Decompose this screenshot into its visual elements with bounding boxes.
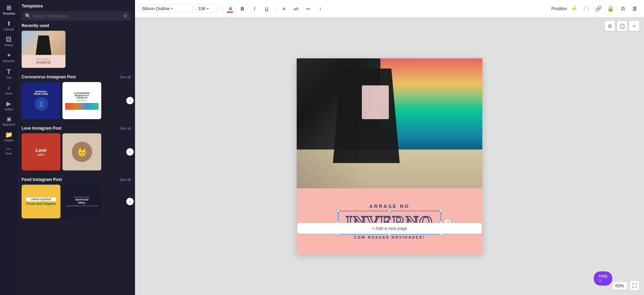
template-thumb-wfh[interactable]: WORKINGFROM HOME 👤 — [22, 82, 60, 119]
add-new-page-bar[interactable]: + Add a new page — [297, 223, 482, 234]
help-button[interactable]: Help ? — [594, 271, 612, 286]
font-color-swatch[interactable]: A — [226, 4, 235, 14]
love-grid: Love wins 👶 › — [22, 133, 131, 170]
list-button[interactable]: ≔ — [303, 4, 313, 14]
section-title-recently-used: Recently used — [22, 23, 49, 28]
section-food-header: Food Instagram Post See all — [22, 177, 131, 182]
lock-icon[interactable]: 🔒 — [606, 4, 616, 14]
canvas-subtitle-text: ARRASE NO — [369, 204, 410, 209]
zoom-expand-button[interactable]: ⛶ — [630, 281, 639, 290]
font-name: Sifonn Outline — [142, 6, 170, 11]
see-all-coronavirus[interactable]: See all — [119, 75, 131, 79]
templates-icon: ⊞ — [6, 5, 11, 11]
grid-icon[interactable]: ⋮⋮ — [581, 4, 591, 14]
recently-used-grid: LET'S TAKE A SHOEFIE — [22, 31, 131, 68]
templates-scroll: Recently used LET'S TAKE A SHOEFIE — [18, 23, 135, 295]
search-input[interactable] — [33, 14, 121, 19]
trash-icon[interactable]: 🗑 — [630, 4, 640, 14]
sidebar-item-uploads[interactable]: ⬆ Uploads — [1, 19, 17, 33]
font-size-selector[interactable]: 106 ▾ — [195, 4, 219, 13]
font-selector[interactable]: Sifonn Outline ▾ — [139, 4, 193, 13]
canvas-wrapper: ARRASE NO INVERNO — [297, 58, 482, 254]
sidebar-item-elements[interactable]: ✦ Elements — [1, 50, 17, 65]
underline-button[interactable]: U — [262, 4, 272, 14]
section-food: Food Instagram Post See all LEMON SQUEEZ… — [22, 177, 131, 218]
music-icon: ♪ — [7, 85, 10, 91]
canvas-area: ⧉ 📋 + — [135, 18, 644, 295]
section-love-header: Love Instagram Post See all — [22, 126, 131, 131]
duplicate-page-button[interactable]: ⧉ — [605, 21, 615, 31]
add-page-icon-button[interactable]: + — [629, 21, 639, 31]
main-area: Sifonn Outline ▾ 106 ▾ A B I U ≡ aA ≔ ↕ … — [135, 0, 644, 295]
sidebar-item-background[interactable]: ▣ Bkground — [1, 114, 17, 128]
copy-icon[interactable]: ⧉ — [618, 4, 628, 14]
section-title-love: Love Instagram Post — [22, 126, 61, 131]
section-title-coronavirus: Coronavirus Instagram Post — [22, 75, 76, 79]
bold-button[interactable]: B — [237, 4, 247, 14]
section-title-food: Food Instagram Post — [22, 177, 62, 182]
see-all-love[interactable]: See all — [119, 126, 131, 130]
template-thumb-love2[interactable]: 👶 — [62, 133, 101, 170]
magic-wand-icon[interactable]: ⚡ — [569, 4, 579, 14]
elements-icon: ✦ — [6, 52, 11, 58]
align-button[interactable]: ≡ — [279, 4, 289, 14]
background-icon: ▣ — [6, 116, 11, 122]
font-chevron-icon: ▾ — [171, 7, 173, 10]
section-recently-used-header: Recently used — [22, 23, 131, 28]
sidebar-item-photos[interactable]: 🖼 Photos — [1, 34, 17, 49]
sidebar-item-videos[interactable]: ▶ Videos — [1, 99, 17, 113]
icon-sidebar: ⊞ Templates ⬆ Uploads 🖼 Photos ✦ Element… — [0, 0, 18, 295]
section-love: Love Instagram Post See all Love wins — [22, 126, 131, 170]
section-coronavirus-header: Coronavirus Instagram Post See all — [22, 75, 131, 79]
zoom-value[interactable]: 63% — [612, 282, 627, 290]
top-toolbar: Sifonn Outline ▾ 106 ▾ A B I U ≡ aA ≔ ↕ … — [135, 0, 644, 18]
templates-header: Templates 🔍 ⚙ — [18, 0, 135, 23]
canvas-photo-area — [297, 58, 482, 190]
template-thumb-love-wins[interactable]: Love wins — [22, 133, 60, 170]
toolbar-divider-2 — [275, 5, 275, 13]
sidebar-item-music[interactable]: ♪ Music — [1, 83, 17, 97]
canvas-overlay — [297, 58, 482, 190]
text-icon: T — [7, 68, 11, 75]
font-color-indicator — [227, 11, 233, 13]
filter-icon[interactable]: ⚙ — [123, 13, 128, 19]
template-thumb-food2[interactable]: CLEAR LAKE SEAFOODGRILL 123 ANYWHERE ST.… — [62, 185, 101, 218]
link-icon[interactable]: 🔗 — [593, 4, 603, 14]
search-bar: 🔍 ⚙ — [22, 11, 131, 21]
templates-panel: Templates 🔍 ⚙ Recently used — [18, 0, 135, 295]
sidebar-item-folders[interactable]: 📁 Folders — [1, 130, 17, 144]
template-thumb-food1[interactable]: LEMON SQUEEZE Fresh and Organic — [22, 185, 60, 218]
spacing-button[interactable]: ↕ — [315, 4, 325, 14]
position-label[interactable]: Position — [552, 6, 567, 11]
sidebar-item-templates[interactable]: ⊞ Templates — [1, 3, 17, 17]
search-icon: 🔍 — [25, 13, 31, 19]
template-thumb-covid[interactable]: A SustainableResponse toCOVID-19 (WITH K… — [62, 82, 101, 119]
food-carousel-arrow[interactable]: › — [126, 198, 134, 205]
font-size-value: 106 — [198, 6, 206, 11]
canvas-tagline-text: COM NOSSAS NOVIDADES! — [354, 235, 425, 239]
toolbar-right: Position ⚡ ⋮⋮ 🔗 🔒 ⧉ 🗑 — [552, 4, 640, 14]
copy-page-button[interactable]: 📋 — [617, 21, 627, 31]
more-icon: ••• — [6, 148, 11, 151]
videos-icon: ▶ — [6, 101, 11, 107]
case-button[interactable]: aA — [291, 4, 301, 14]
coronavirus-grid: WORKINGFROM HOME 👤 A SustainableResponse… — [22, 82, 131, 119]
bottom-right-controls: 63% ⛶ Help ? — [612, 281, 639, 290]
template-thumb-recently-used[interactable]: LET'S TAKE A SHOEFIE — [22, 31, 65, 68]
templates-panel-title: Templates — [22, 3, 131, 8]
love-carousel-arrow[interactable]: › — [126, 148, 134, 156]
coronavirus-carousel-arrow[interactable]: › — [126, 97, 134, 104]
see-all-food[interactable]: See all — [119, 178, 131, 182]
toolbar-divider-1 — [222, 5, 222, 13]
section-recently-used: Recently used LET'S TAKE A SHOEFIE — [22, 23, 131, 68]
canvas-text-section: ARRASE NO INVERNO — [297, 188, 482, 254]
sidebar-item-more[interactable]: ••• More — [1, 145, 17, 157]
sidebar-item-text[interactable]: T Text — [1, 66, 17, 81]
photos-icon: 🖼 — [6, 36, 12, 43]
canvas-top-actions: ⧉ 📋 + — [605, 21, 639, 31]
uploads-icon: ⬆ — [6, 21, 11, 27]
font-size-chevron-icon: ▾ — [207, 7, 209, 10]
italic-button[interactable]: I — [249, 4, 260, 14]
section-coronavirus: Coronavirus Instagram Post See all WORKI… — [22, 75, 131, 119]
food-grid: LEMON SQUEEZE Fresh and Organic CLEAR LA… — [22, 185, 131, 218]
